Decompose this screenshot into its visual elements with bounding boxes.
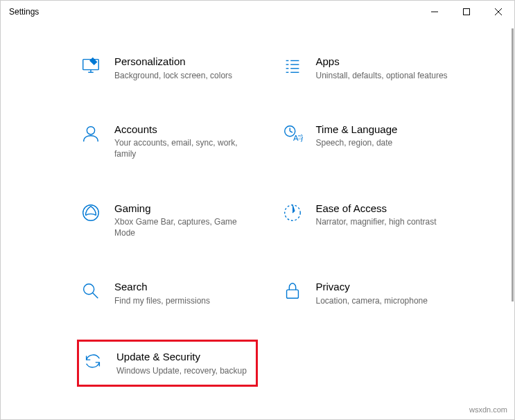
- settings-grid: Personalization Background, lock screen,…: [77, 51, 459, 387]
- item-desc: Windows Update, recovery, backup: [116, 365, 253, 376]
- ease-of-access-icon: [281, 202, 304, 224]
- item-label: Update & Security: [116, 350, 253, 364]
- apps-icon: [281, 55, 304, 77]
- svg-point-15: [87, 126, 94, 134]
- search-icon: [80, 280, 102, 302]
- item-personalization[interactable]: Personalization Background, lock screen,…: [77, 51, 258, 85]
- item-time-language[interactable]: A字 Time & Language Speech, region, date: [279, 119, 460, 164]
- item-label: Privacy: [316, 280, 457, 294]
- item-desc: Xbox Game Bar, captures, Game Mode: [114, 216, 255, 238]
- item-desc: Speech, region, date: [316, 137, 457, 148]
- svg-text:A字: A字: [293, 134, 302, 142]
- item-label: Apps: [316, 55, 457, 69]
- scrollbar[interactable]: [510, 28, 514, 419]
- personalization-icon: [80, 55, 102, 77]
- item-label: Accounts: [114, 123, 255, 137]
- item-desc: Find my files, permissions: [114, 295, 255, 306]
- time-language-icon: A字: [281, 123, 304, 145]
- item-desc: Location, camera, microphone: [316, 295, 457, 306]
- item-accounts[interactable]: Accounts Your accounts, email, sync, wor…: [77, 119, 258, 164]
- close-button[interactable]: [482, 1, 514, 23]
- scrollbar-thumb[interactable]: [512, 28, 514, 301]
- maximize-button[interactable]: [451, 1, 482, 23]
- item-desc: Background, lock screen, colors: [114, 70, 255, 81]
- privacy-icon: [281, 280, 304, 302]
- svg-rect-1: [464, 9, 470, 15]
- svg-line-18: [290, 131, 293, 132]
- update-security-icon: [82, 350, 104, 372]
- settings-content: Personalization Background, lock screen,…: [1, 23, 514, 419]
- item-update-security[interactable]: Update & Security Windows Update, recove…: [77, 340, 258, 387]
- item-gaming[interactable]: Gaming Xbox Game Bar, captures, Game Mod…: [77, 198, 258, 243]
- svg-point-22: [84, 284, 94, 295]
- item-privacy[interactable]: Privacy Location, camera, microphone: [279, 276, 460, 310]
- item-label: Time & Language: [316, 123, 457, 137]
- minimize-button[interactable]: [419, 1, 451, 23]
- item-label: Personalization: [114, 55, 255, 69]
- titlebar: Settings: [1, 1, 514, 23]
- item-search[interactable]: Search Find my files, permissions: [77, 276, 258, 310]
- item-desc: Uninstall, defaults, optional features: [316, 70, 457, 81]
- item-label: Ease of Access: [316, 202, 457, 216]
- item-label: Gaming: [114, 202, 255, 216]
- accounts-icon: [80, 123, 102, 145]
- gaming-icon: [80, 202, 102, 224]
- item-desc: Your accounts, email, sync, work, family: [114, 137, 255, 159]
- watermark: wsxdn.com: [469, 405, 507, 414]
- window-controls: [419, 1, 514, 23]
- item-desc: Narrator, magnifier, high contrast: [316, 216, 457, 227]
- svg-point-20: [83, 204, 99, 220]
- svg-rect-24: [286, 290, 298, 299]
- item-label: Search: [114, 280, 255, 294]
- svg-line-23: [93, 293, 98, 299]
- window-title: Settings: [9, 7, 39, 17]
- item-apps[interactable]: Apps Uninstall, defaults, optional featu…: [279, 51, 460, 85]
- item-ease-of-access[interactable]: Ease of Access Narrator, magnifier, high…: [279, 198, 460, 243]
